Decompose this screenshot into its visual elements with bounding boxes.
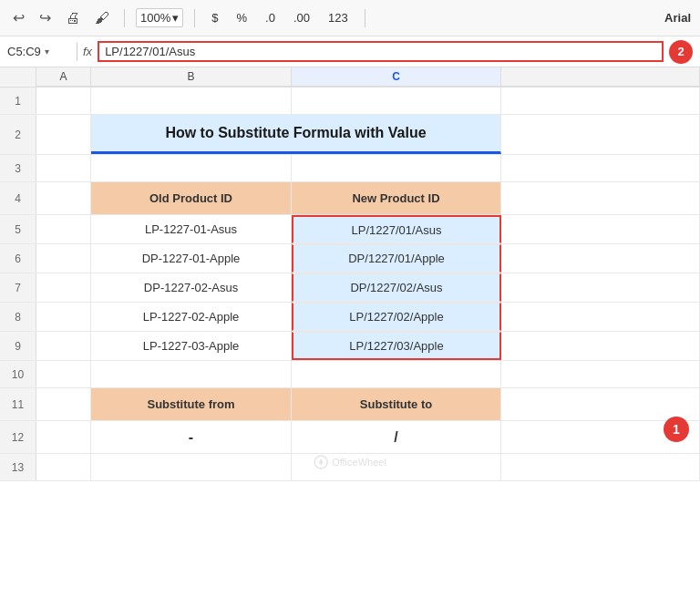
row-num-13: 13 [0, 454, 36, 480]
undo-icon[interactable]: ↩ [9, 7, 28, 28]
toolbar-separator-1 [124, 9, 125, 27]
cell-b7[interactable]: DP-1227-02-Asus [91, 273, 292, 302]
cell-c6[interactable]: DP/1227/01/Apple [292, 244, 501, 273]
table-row: 5 LP-1227-01-Asus LP/1227/01/Asus [0, 215, 700, 244]
formula-input[interactable] [98, 41, 664, 62]
watermark: OfficeWheel [314, 455, 386, 469]
zoom-control[interactable]: 100% ▾ [136, 8, 183, 27]
row-num-12: 12 [0, 421, 36, 453]
cell-b10[interactable] [91, 361, 292, 387]
cell-rest-5 [501, 215, 700, 243]
row-num-6: 6 [0, 244, 36, 273]
row-num-4: 4 [0, 182, 36, 214]
title-cell[interactable]: How to Substitute Formula with Value [91, 115, 501, 154]
cell-a13[interactable] [36, 454, 91, 480]
cell-b8[interactable]: LP-1227-02-Apple [91, 303, 292, 331]
badge-1: 1 [664, 417, 689, 442]
cell-ref-dropdown-icon: ▾ [45, 46, 49, 57]
table-row: 7 DP-1227-02-Asus DP/1227/02/Asus [0, 273, 700, 303]
cell-c1[interactable] [292, 87, 501, 114]
redo-icon[interactable]: ↪ [36, 7, 55, 28]
cell-c3[interactable] [292, 155, 501, 181]
zoom-value: 100% [140, 11, 170, 25]
cell-rest-2 [501, 115, 700, 154]
cell-b6[interactable]: DP-1227-01-Apple [91, 244, 292, 273]
cell-b1[interactable] [91, 87, 292, 114]
cell-a11[interactable] [36, 388, 91, 420]
table-row: 1 [0, 87, 700, 115]
column-headers: A B C [0, 67, 700, 87]
cell-b3[interactable] [91, 155, 292, 181]
cell-reference-box[interactable]: C5:C9 ▾ [7, 45, 71, 58]
cell-a2[interactable] [36, 115, 91, 154]
col-header-c[interactable]: C [292, 67, 501, 87]
cell-c5[interactable]: LP/1227/01/Asus [292, 215, 501, 243]
decimal-decrease-button[interactable]: .0 [260, 9, 281, 26]
cell-rest-3 [501, 155, 700, 181]
cell-c8[interactable]: LP/1227/02/Apple [292, 303, 501, 331]
new-product-id-header[interactable]: New Product ID [292, 182, 501, 214]
row-num-1: 1 [0, 87, 36, 114]
decimal-increase-button[interactable]: .00 [288, 9, 315, 26]
number-format-button[interactable]: 123 [323, 9, 354, 26]
cell-a5[interactable] [36, 215, 91, 243]
watermark-text: OfficeWheel [332, 457, 386, 468]
cell-rest-1 [501, 87, 700, 114]
paint-format-icon[interactable]: 🖌 [91, 8, 113, 28]
old-product-id-header[interactable]: Old Product ID [91, 182, 292, 214]
cell-a7[interactable] [36, 273, 91, 302]
row-num-8: 8 [0, 303, 36, 331]
cell-rest-4 [501, 182, 700, 214]
substitute-to-header[interactable]: Substitute to [292, 388, 501, 420]
row-num-9: 9 [0, 332, 36, 360]
percent-button[interactable]: % [231, 9, 252, 26]
table-row: 4 Old Product ID New Product ID [0, 182, 700, 215]
cell-ref-value: C5:C9 [7, 45, 41, 58]
cell-c7[interactable]: DP/1227/02/Asus [292, 273, 501, 302]
table-row: 3 [0, 155, 700, 182]
table-row: 8 LP-1227-02-Apple LP/1227/02/Apple [0, 303, 700, 332]
cell-a6[interactable] [36, 244, 91, 273]
cell-b13[interactable] [91, 454, 292, 480]
cell-a3[interactable] [36, 155, 91, 181]
cell-rest-10 [501, 361, 700, 387]
font-name[interactable]: Arial [664, 11, 691, 25]
cell-rest-7 [501, 273, 700, 302]
col-header-a[interactable]: A [36, 67, 91, 87]
badge-2: 2 [669, 40, 693, 64]
zoom-arrow-icon: ▾ [172, 11, 179, 25]
row-num-2: 2 [0, 115, 36, 154]
cell-b5[interactable]: LP-1227-01-Asus [91, 215, 292, 243]
cell-c9[interactable]: LP/1227/03/Apple [292, 332, 501, 360]
cell-rest-13 [501, 454, 700, 480]
col-header-b[interactable]: B [91, 67, 292, 87]
toolbar-separator-3 [365, 9, 365, 27]
cell-a4[interactable] [36, 182, 91, 214]
cell-a12[interactable] [36, 421, 91, 453]
fx-label: fx [83, 45, 92, 58]
cell-a9[interactable] [36, 332, 91, 360]
toolbar: ↩ ↪ 🖨 🖌 100% ▾ $ % .0 .00 123 Arial [0, 0, 700, 36]
cell-a10[interactable] [36, 361, 91, 387]
substitute-from-header[interactable]: Substitute from [91, 388, 292, 420]
cell-c10[interactable] [292, 361, 501, 387]
cell-rest-11 [501, 388, 700, 420]
cell-b9[interactable]: LP-1227-03-Apple [91, 332, 292, 360]
row-num-3: 3 [0, 155, 36, 181]
table-row: 9 LP-1227-03-Apple LP/1227/03/Apple [0, 332, 700, 361]
row-num-11: 11 [0, 388, 36, 420]
currency-button[interactable]: $ [206, 9, 223, 26]
cell-a8[interactable] [36, 303, 91, 331]
cell-a1[interactable] [36, 87, 91, 114]
cell-rest-6 [501, 244, 700, 273]
table-row: 12 - / [0, 421, 700, 454]
print-icon[interactable]: 🖨 [62, 8, 84, 28]
cell-rest-9 [501, 332, 700, 360]
row-num-10: 10 [0, 361, 36, 387]
formula-bar: C5:C9 ▾ fx 2 [0, 36, 700, 67]
substitute-from-value[interactable]: - [91, 421, 292, 453]
substitute-to-value[interactable]: / [292, 421, 501, 453]
table-row: 6 DP-1227-01-Apple DP/1227/01/Apple [0, 244, 700, 273]
cell-rest-8 [501, 303, 700, 331]
table-row: 11 Substitute from Substitute to [0, 388, 700, 421]
